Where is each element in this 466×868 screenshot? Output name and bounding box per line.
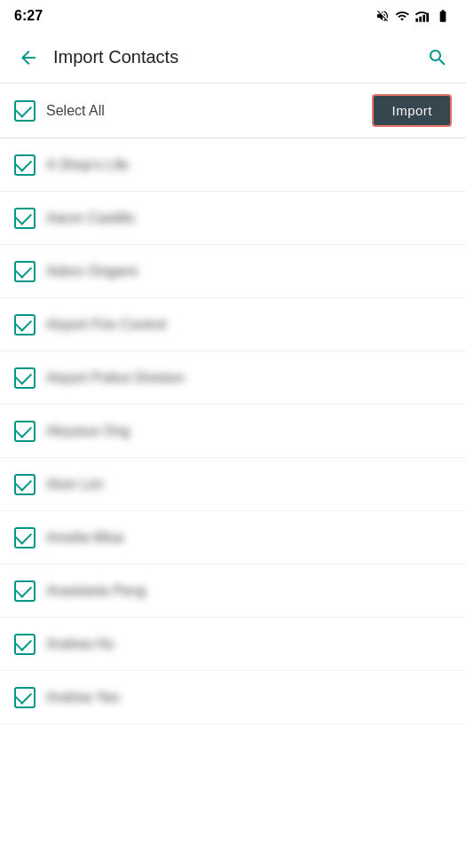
contact-row: Airport Fire Control bbox=[0, 298, 466, 351]
contact-row: Anastasia Peng bbox=[0, 564, 466, 618]
status-icons bbox=[375, 9, 452, 23]
contact-name: Airport Fire Control bbox=[46, 317, 166, 333]
select-all-label: Select All bbox=[46, 103, 105, 119]
contact-row: Andrea Ho bbox=[0, 618, 466, 671]
contact-name: Andrea Yeo bbox=[46, 690, 120, 706]
contact-checkbox-3[interactable] bbox=[14, 314, 36, 335]
contact-checkbox-2[interactable] bbox=[14, 261, 36, 282]
status-bar: 6:27 bbox=[0, 0, 466, 32]
select-all-row: Select All Import bbox=[0, 83, 466, 138]
contact-row: Adoro Origami bbox=[0, 245, 466, 298]
wifi-icon bbox=[395, 9, 409, 23]
battery-icon bbox=[434, 9, 452, 23]
contact-checkbox-10[interactable] bbox=[14, 687, 36, 708]
contact-row: A Shop's Life bbox=[0, 138, 466, 192]
contact-name: Alvin Lim bbox=[46, 477, 104, 493]
contact-checkbox-7[interactable] bbox=[14, 527, 36, 548]
contact-checkbox-6[interactable] bbox=[14, 474, 36, 495]
back-button[interactable] bbox=[11, 40, 46, 75]
contact-name: Amelia Misa bbox=[46, 530, 123, 546]
contact-name: A Shop's Life bbox=[46, 157, 129, 173]
contact-checkbox-1[interactable] bbox=[14, 208, 36, 229]
contact-list: A Shop's LifeAaron CastilloAdoro Origami… bbox=[0, 138, 466, 724]
contact-checkbox-4[interactable] bbox=[14, 367, 36, 389]
contact-name: Airport Police Division bbox=[46, 370, 185, 386]
contact-row: Alvin Lim bbox=[0, 458, 466, 511]
search-icon bbox=[427, 47, 448, 68]
contact-name: Adoro Origami bbox=[46, 264, 138, 280]
contact-row: Andrea Yeo bbox=[0, 671, 466, 724]
contact-row: Aloysius Ong bbox=[0, 405, 466, 458]
select-all-checkbox[interactable] bbox=[14, 100, 36, 122]
app-bar: Import Contacts bbox=[0, 32, 466, 83]
contact-checkbox-8[interactable] bbox=[14, 580, 36, 602]
page-title: Import Contacts bbox=[53, 47, 420, 67]
signal-icon bbox=[415, 9, 429, 23]
contact-checkbox-5[interactable] bbox=[14, 421, 36, 442]
contact-name: Anastasia Peng bbox=[46, 583, 146, 599]
contact-row: Amelia Misa bbox=[0, 511, 466, 564]
contact-row: Airport Police Division bbox=[0, 351, 466, 405]
contact-row: Aaron Castillo bbox=[0, 192, 466, 245]
svg-rect-2 bbox=[423, 15, 425, 22]
contact-name: Andrea Ho bbox=[46, 636, 115, 652]
back-icon bbox=[18, 47, 39, 68]
svg-rect-3 bbox=[426, 13, 429, 22]
svg-rect-0 bbox=[415, 19, 418, 22]
status-time: 6:27 bbox=[14, 8, 43, 24]
svg-rect-1 bbox=[419, 17, 422, 22]
import-button[interactable]: Import bbox=[372, 94, 452, 127]
mute-icon bbox=[375, 9, 390, 23]
search-button[interactable] bbox=[420, 40, 455, 75]
contact-checkbox-9[interactable] bbox=[14, 634, 36, 655]
contact-name: Aloysius Ong bbox=[46, 423, 130, 439]
contact-checkbox-0[interactable] bbox=[14, 154, 36, 176]
contact-name: Aaron Castillo bbox=[46, 210, 135, 226]
